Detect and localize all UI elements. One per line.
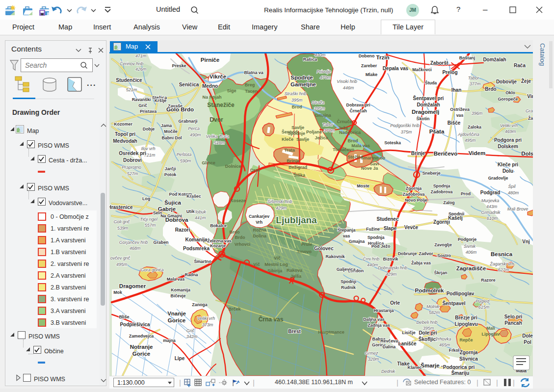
- svg-text:Bežigrad: Bežigrad: [289, 165, 307, 170]
- svg-text:Bičevje: Bičevje: [171, 293, 186, 298]
- svg-text:Moste: Moste: [357, 183, 369, 188]
- svg-text:Trata: Trata: [284, 148, 295, 153]
- svg-text:Klanec: Klanec: [408, 365, 422, 370]
- svg-text:Šmartno ob: Šmartno ob: [361, 155, 386, 160]
- svg-text:Spodnje: Spodnje: [290, 75, 313, 80]
- svg-text:Sneberje: Sneberje: [422, 171, 440, 176]
- svg-text:Krašec: Krašec: [186, 194, 201, 199]
- svg-text:Razore: Razore: [481, 278, 495, 283]
- svg-text:Brdo: Brdo: [235, 235, 245, 240]
- svg-text:Besnica: Besnica: [491, 251, 513, 257]
- svg-text:Vnj: Vnj: [522, 239, 530, 244]
- svg-text:Dolu: Dolu: [502, 168, 513, 174]
- svg-text:Škrjan: Škrjan: [434, 270, 448, 275]
- svg-text:375m: 375m: [401, 130, 412, 134]
- svg-text:Zgornja: Zgornja: [460, 350, 478, 355]
- svg-text:490m: 490m: [190, 132, 201, 137]
- svg-text:Rača: Rača: [514, 63, 526, 68]
- svg-text:Visoki hrib: Visoki hrib: [337, 79, 357, 84]
- svg-text:430m: 430m: [315, 53, 326, 57]
- svg-text:Mali Brove: Mali Brove: [507, 207, 528, 211]
- svg-text:Zamedvejca: Zamedvejca: [129, 334, 154, 339]
- svg-text:Peštota: Peštota: [177, 152, 192, 157]
- svg-text:539m: 539m: [117, 226, 129, 231]
- svg-text:Savlje: Savlje: [291, 125, 304, 130]
- svg-text:Seničica: Seničica: [179, 82, 199, 87]
- svg-text:Bliše: Bliše: [119, 314, 129, 319]
- svg-text:Podmolnik: Podmolnik: [415, 287, 444, 293]
- svg-text:429m: 429m: [386, 272, 397, 277]
- svg-text:Dolina: Dolina: [253, 234, 266, 238]
- svg-text:395m: 395m: [314, 106, 325, 111]
- svg-text:Radna: Radna: [185, 272, 198, 277]
- svg-text:Študa: Študa: [425, 80, 437, 85]
- svg-text:Bišče: Bišče: [448, 120, 461, 126]
- svg-text:Tabor: Tabor: [468, 76, 480, 80]
- svg-text:429m: 429m: [276, 206, 287, 210]
- svg-text:610m: 610m: [487, 216, 498, 221]
- svg-text:Žagarski vrh: Žagarski vrh: [489, 261, 514, 266]
- svg-text:Hrastenice: Hrastenice: [109, 205, 133, 210]
- svg-text:Šivnik: Šivnik: [464, 244, 476, 249]
- svg-text:Črnuče: Črnuče: [337, 119, 352, 124]
- svg-text:Gorice: Gorice: [132, 351, 150, 357]
- svg-text:Drav: Drav: [250, 168, 260, 173]
- svg-text:Ljubljana: Ljubljana: [276, 215, 317, 225]
- svg-text:Lipe: Lipe: [175, 356, 185, 361]
- svg-text:Beričevo: Beričevo: [434, 151, 458, 157]
- svg-text:Šišenski hrib: Šišenski hrib: [267, 199, 292, 204]
- svg-text:518m: 518m: [214, 140, 225, 145]
- svg-text:Ravanški: Ravanški: [132, 97, 151, 102]
- svg-text:Grič: Grič: [186, 328, 195, 333]
- svg-text:Brinje: Brinje: [411, 151, 425, 156]
- svg-text:Pod Ježo: Pod Ježo: [371, 244, 391, 249]
- svg-text:Domžalah: Domžalah: [417, 102, 440, 107]
- svg-text:Koseze: Koseze: [230, 198, 246, 203]
- svg-text:Zaboršt: Zaboršt: [430, 60, 448, 66]
- svg-text:Čerinov hrib: Čerinov hrib: [120, 61, 144, 66]
- svg-text:Dobrova: Dobrova: [165, 217, 188, 223]
- svg-text:Gora gorica: Gora gorica: [140, 267, 163, 272]
- svg-text:495m: 495m: [116, 262, 128, 267]
- svg-text:Graben: Graben: [154, 240, 169, 245]
- svg-text:Rakova: Rakova: [287, 268, 303, 273]
- svg-text:Hrastarija: Hrastarija: [374, 308, 394, 313]
- svg-text:Dalina: Dalina: [383, 344, 396, 349]
- svg-text:Gradi: Gradi: [526, 108, 533, 113]
- svg-text:Domžalah: Domžalah: [483, 57, 506, 62]
- svg-text:Prelog: Prelog: [442, 70, 457, 75]
- svg-text:Ihan: Ihan: [451, 87, 462, 93]
- svg-text:Nadgorica: Nadgorica: [339, 130, 361, 135]
- svg-text:Goropeče: Goropeče: [498, 97, 518, 102]
- svg-text:Pšata: Pšata: [429, 129, 445, 134]
- svg-text:Bokalce: Bokalce: [210, 223, 227, 228]
- svg-text:Klobuk: Klobuk: [192, 209, 206, 214]
- svg-text:Šujica: Šujica: [164, 200, 181, 206]
- svg-text:Mok: Mok: [113, 290, 122, 295]
- svg-text:469m: 469m: [505, 129, 516, 134]
- svg-text:Zadvor: Zadvor: [419, 251, 433, 256]
- svg-text:Rudnik: Rudnik: [341, 285, 356, 290]
- svg-text:Sibirija: Sibirija: [267, 268, 283, 273]
- svg-text:Vikrče: Vikrče: [210, 74, 226, 79]
- svg-text:vas: vas: [343, 234, 350, 238]
- svg-text:Medno: Medno: [202, 83, 218, 89]
- svg-text:Straža: Straža: [312, 100, 324, 105]
- svg-text:527m: 527m: [127, 171, 138, 176]
- svg-text:441m: 441m: [195, 215, 206, 220]
- svg-text:Zanoga: Zanoga: [192, 302, 207, 307]
- svg-text:Lanišče: Lanišče: [398, 341, 417, 346]
- svg-text:395m: 395m: [291, 98, 303, 103]
- svg-text:Grmez: Grmez: [365, 351, 379, 356]
- svg-text:Galjevica: Galjevica: [337, 267, 356, 272]
- svg-text:vas: vas: [456, 113, 464, 118]
- svg-text:Studenčice: Studenčice: [116, 78, 142, 83]
- svg-text:Revčeva: Revčeva: [380, 339, 398, 343]
- svg-text:Lipoglavu: Lipoglavu: [454, 321, 477, 327]
- svg-text:Podgorica pri: Podgorica pri: [443, 365, 475, 370]
- svg-text:Veliki vrh: Veliki vrh: [197, 316, 215, 321]
- svg-text:Podgrad: Podgrad: [480, 190, 501, 195]
- svg-text:Studenec: Studenec: [376, 216, 398, 222]
- svg-text:Zadnja vas: Zadnja vas: [368, 323, 390, 328]
- svg-text:Kozarje: Kozarje: [210, 243, 226, 248]
